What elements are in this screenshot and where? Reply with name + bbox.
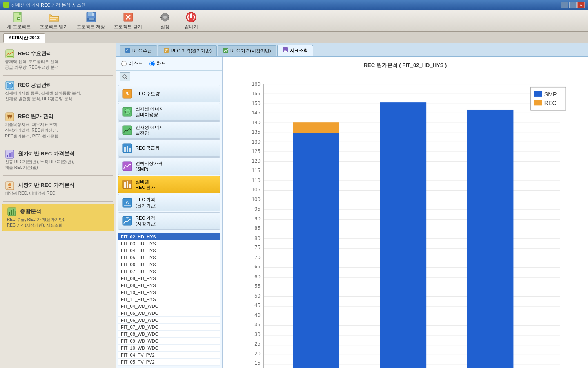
rec-supply-panel-btn[interactable]: REC 공급량 xyxy=(118,139,220,157)
svg-text:20: 20 xyxy=(254,350,260,357)
smp-panel-btn[interactable]: 전력시장가격 (SMP) xyxy=(118,157,220,175)
dropdown-item[interactable]: FIT_10_HD_HYS xyxy=(118,289,220,296)
radio-list-option[interactable]: 리스트 xyxy=(121,60,143,67)
svg-text:105: 105 xyxy=(252,186,260,193)
svg-text:RE: RE xyxy=(125,110,130,114)
window-controls[interactable]: ─ □ ✕ xyxy=(561,2,585,8)
dropdown-item[interactable]: FIT_06_WD_WDO xyxy=(118,317,220,324)
sidebar: REC 수요관리 공재력 입력, 포트폴리오 입력, 공급 의무량, REC수요… xyxy=(0,43,116,368)
dropdown-item[interactable]: FIT_06_HD_HYS xyxy=(118,261,220,268)
open-project-label: 프로젝트 열기 xyxy=(40,24,68,30)
svg-text:130: 130 xyxy=(252,139,260,145)
dropdown-item[interactable]: FIT_04_PV_PV2 xyxy=(118,352,220,359)
maximize-button[interactable]: □ xyxy=(569,2,577,8)
dropdown-item[interactable]: FIT_05_HD_HYS xyxy=(118,254,220,261)
exit-icon xyxy=(185,11,197,23)
sidebar-section-supply: REC 공급관리 신재에너지원 등록, 신재생 설비통합 분석, 신재생 발전량… xyxy=(0,78,116,104)
tab-rec-market-label: REC 가격(시장기반) xyxy=(230,48,271,54)
close-project-button[interactable]: 프로젝트 닫기 xyxy=(110,9,146,32)
svg-text:55: 55 xyxy=(254,283,260,289)
rec-demand-panel-btn[interactable]: ① REC 수요량 xyxy=(118,85,220,102)
sidebar-section-cost-analysis: 원가기반 REC 가격분석 신규 REC기준(년), 누적 REC기준(년), … xyxy=(0,147,116,173)
sidebar-section-demand: REC 수요관리 공재력 입력, 포트폴리오 입력, 공급 의무량, REC수요… xyxy=(0,47,116,73)
dropdown-item[interactable]: FIT_07_HD_HYS xyxy=(118,268,220,275)
rec-market-base-btn[interactable]: ₩ REC 가격 (시장기반) xyxy=(118,212,220,230)
new-energy-util-btn[interactable]: RE 신재생 에너지 설비이용량 xyxy=(118,103,220,121)
dropdown-item[interactable]: FIT_07_WD_WDO xyxy=(118,324,220,331)
radio-list-input[interactable] xyxy=(121,61,127,66)
tab-rec-cost[interactable]: ₩ REC 가격(원가기반) xyxy=(158,45,217,56)
market-title: 시장기반 REC 가격분석 xyxy=(18,182,75,189)
new-energy-gen-btn[interactable]: 신재생 에너지 발전량 xyxy=(118,121,220,139)
bar-2-smp xyxy=(380,102,426,368)
svg-rect-9 xyxy=(92,13,94,16)
dropdown-item[interactable]: FIT_08_HD_HYS xyxy=(118,275,220,282)
radio-chart-input[interactable] xyxy=(149,61,155,66)
svg-text:₩: ₩ xyxy=(126,201,129,205)
bar-1-smp xyxy=(293,133,339,368)
new-project-label: 새 프로젝트 xyxy=(7,24,31,30)
dropdown-item[interactable]: FIT_05_WD_WDO xyxy=(118,310,220,317)
tab-rec-market[interactable]: REC 가격(시장기반) xyxy=(218,45,276,56)
left-panel: 리스트 차트 xyxy=(116,57,223,368)
minimize-button[interactable]: ─ xyxy=(561,2,568,8)
dropdown-item[interactable]: FIT_09_HD_HYS xyxy=(118,282,220,289)
facility-cost-btn[interactable]: 설비별 REC 원가 xyxy=(118,176,220,193)
svg-rect-61 xyxy=(123,162,132,171)
search-button[interactable] xyxy=(120,72,130,81)
svg-rect-58 xyxy=(124,147,126,152)
new-project-button[interactable]: + 새 프로젝트 xyxy=(3,9,34,32)
svg-rect-44 xyxy=(223,48,228,53)
save-project-icon xyxy=(85,11,97,23)
divider-1 xyxy=(3,75,113,76)
tab-rec-supply[interactable]: REC 수급 xyxy=(120,45,157,56)
legend-smp-label: SMP xyxy=(544,91,557,97)
dropdown-item[interactable]: FIT_04_WD_WDO xyxy=(118,303,220,310)
dropdown-item[interactable]: FIT_05_PV_PV2 xyxy=(118,359,220,366)
cost-icon: ₩ xyxy=(5,112,15,122)
dropdown-item[interactable]: FIT_08_WD_WDO xyxy=(118,331,220,338)
toolbar-separator xyxy=(149,13,149,29)
dropdown-item[interactable]: FIT_03_HD_HYS xyxy=(118,240,220,247)
keri-tab[interactable]: KERI시산 2013 xyxy=(3,33,45,43)
settings-button[interactable]: 설정 xyxy=(153,9,177,32)
open-project-button[interactable]: 프로젝트 열기 xyxy=(36,9,71,32)
dropdown-item[interactable]: FIT_02_HD_HYS xyxy=(118,233,220,240)
rec-supply-panel-icon xyxy=(122,142,133,154)
cost-title: REC 원가 관리 xyxy=(18,113,53,120)
svg-rect-56 xyxy=(123,126,132,135)
dropdown-item[interactable]: FIT_11_HD_HYS xyxy=(118,296,220,303)
search-bar xyxy=(116,71,222,83)
divider-3 xyxy=(3,144,113,144)
radio-chart-label: 차트 xyxy=(156,60,166,67)
svg-rect-39 xyxy=(15,211,16,215)
svg-text:50: 50 xyxy=(254,293,260,299)
dropdown-item[interactable]: FIT_09_WD_WDO xyxy=(118,338,220,345)
svg-text:70: 70 xyxy=(254,254,260,260)
open-project-icon xyxy=(48,11,60,23)
document-tab-bar: KERI시산 2013 xyxy=(0,32,588,43)
rec-cost-base-btn[interactable]: ₩ REC 가격 (원가기반) xyxy=(118,194,220,211)
window-title: 신재생 에너지 REC 가격 분석 시스템 xyxy=(11,2,86,8)
market-desc: 태양광 REC, 비태양광 REC xyxy=(5,191,111,196)
svg-text:125: 125 xyxy=(252,148,260,154)
svg-rect-31 xyxy=(9,153,11,157)
tab-indicators[interactable]: 지표조회 xyxy=(277,45,313,56)
save-project-button[interactable]: 프로젝트 저장 xyxy=(73,9,109,32)
exit-button[interactable]: 끝내기 xyxy=(179,9,203,32)
sidebar-section-comprehensive-active[interactable]: 종합분석 REC 수급, REC 가격(원가기반), REC 가격(시장기반),… xyxy=(2,204,114,231)
dropdown-item[interactable]: FIT_10_WD_WDO xyxy=(118,345,220,352)
dropdown-item[interactable]: FIT_04_HD_HYS xyxy=(118,247,220,254)
radio-chart-option[interactable]: 차트 xyxy=(149,60,166,67)
svg-text:25: 25 xyxy=(254,341,260,347)
right-panel: REC 원가분석 ( FIT_02_HD_HYS ) (원/kWh) xyxy=(223,57,588,368)
svg-rect-6 xyxy=(50,19,56,20)
svg-text:₩: ₩ xyxy=(7,114,13,120)
dropdown-item[interactable]: FIT_06_PV_PV2 xyxy=(118,366,220,366)
close-button[interactable]: ✕ xyxy=(577,2,585,8)
close-project-icon xyxy=(122,11,134,23)
new-energy-util-icon: RE xyxy=(122,106,133,117)
svg-text:145: 145 xyxy=(252,110,260,116)
dropdown-list[interactable]: FIT_02_HD_HYSFIT_03_HD_HYSFIT_04_HD_HYSF… xyxy=(118,233,220,366)
svg-text:120: 120 xyxy=(252,158,260,164)
